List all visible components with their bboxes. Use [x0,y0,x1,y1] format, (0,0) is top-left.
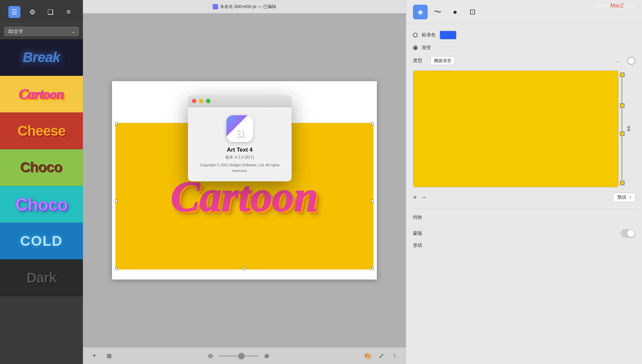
gradient-stop-2[interactable] [620,103,625,108]
handle-bottom-middle[interactable] [243,267,246,270]
handle-bottom-left[interactable] [115,267,118,270]
dialog-maximize-button[interactable] [206,99,210,103]
watermark: www.MacZ.com [598,3,635,9]
effects-label: 特效 [413,214,422,220]
gradient-stop-4[interactable] [620,181,625,185]
zoom-slider[interactable] [218,355,258,357]
gradient-preview: ⇕ [413,70,619,187]
dialog-close-button[interactable] [192,99,196,103]
gradient-line [622,74,622,184]
style-item-break[interactable]: Break [0,39,83,76]
style-label-cold: COLD [20,233,63,249]
color-wheel-button[interactable]: 🎨 [363,351,372,361]
type-label: 类型 [413,58,426,64]
dialog-minimize-button[interactable] [199,99,203,103]
zoom-in-button[interactable]: ⊕ [262,351,271,361]
app-icon: a [226,115,253,142]
watermark-suffix: .com [624,3,635,8]
add-gradient-stop-button[interactable]: + [413,194,417,201]
settings-icon[interactable]: ⚙ [26,6,38,18]
dialog-version: 版本 4.1.0 (917) [225,155,254,160]
list-view-icon[interactable]: ☰ [8,6,20,18]
right-panel: ◈ 〜 ● ⊡ www.MacZ.com 标准色 渐变 类型 椭圆渐变 [406,0,642,364]
style-label-dark: Dark [26,270,56,286]
right-tab-camera[interactable]: ⊡ [465,5,480,19]
stack-icon[interactable]: ≡ [63,6,75,18]
grid-view-button[interactable]: ⊞ [104,351,114,361]
style-list: Break Cartoon Cheese Choco Choco COLD Da… [0,39,83,364]
gradient-type-row: 类型 椭圆渐变 ⌄ [413,56,635,65]
gradient-dot-button[interactable] [627,57,635,65]
right-tab-fill[interactable]: ◈ [413,5,428,19]
sidebar-toolbar: ☰ ⚙ ❑ ≡ [0,0,83,24]
standard-color-radio[interactable] [413,33,418,37]
standard-color-row: 标准色 [413,31,635,39]
add-layer-button[interactable]: + [90,351,99,361]
handle-top-right[interactable] [371,123,374,125]
right-panel-header: ◈ 〜 ● ⊡ www.MacZ.com [406,0,642,24]
zoom-out-button[interactable]: ⊖ [206,351,215,361]
style-item-cheese[interactable]: Cheese [0,113,83,149]
app-icon-inner: a [226,115,253,142]
effects-section: 特效 蒙版 形状 [413,209,635,248]
export-button[interactable]: ↑ [390,351,399,361]
dialog-app-name: Art Text 4 [227,147,252,153]
style-label-cartoon: Cartoon [19,86,64,102]
preset-button[interactable]: 预设 › [613,193,635,202]
title-bar: 未命名 800×600 pt — 已编辑 [83,0,406,13]
gradient-row: 渐变 [413,45,635,51]
color-swatch[interactable] [440,31,456,39]
mask-row: 蒙版 [413,229,635,238]
mask-label: 蒙版 [413,230,426,236]
right-tab-wave[interactable]: 〜 [430,5,445,19]
handle-bottom-right[interactable] [371,267,374,270]
style-label-choco: Choco [20,160,63,176]
dialog-titlebar [188,95,292,107]
gradient-radio[interactable] [413,45,418,50]
handle-top-left[interactable] [115,123,118,125]
gradient-direction-arrow[interactable]: ⇕ [626,125,632,133]
handle-middle-right[interactable] [371,200,374,202]
main-area: 未命名 800×600 pt — 已编辑 Cartoon + ⊞ ⊖ [83,0,406,364]
watermark-site: MacZ [610,3,624,8]
sidebar-dropdown-wrapper: 3D文字 [0,24,83,39]
mask-toggle[interactable] [621,229,635,238]
style-label-clay: Choco [15,194,68,214]
gradient-stop-1[interactable] [620,72,625,77]
effects-row: 特效 [413,214,635,224]
bottom-toolbar: + ⊞ ⊖ ⊕ 🎨 ⤢ ↑ [83,347,406,364]
gradient-controls: + − 预设 › [413,193,635,202]
resize-button[interactable]: ⤢ [377,351,386,361]
right-panel-content: 标准色 渐变 类型 椭圆渐变 ⌄ [406,24,642,364]
shape-label: 形状 [413,242,426,248]
shape-row: 形状 [413,242,635,248]
style-label-break: Break [23,49,60,65]
handle-middle-left[interactable] [115,200,118,202]
watermark-prefix: www. [598,3,610,8]
style-item-clay[interactable]: Choco [0,186,83,223]
mask-toggle-knob [627,230,635,237]
dialog-copyright: Copyright © 2021 Belight Software, Ltd. … [195,162,285,173]
app-title-icon [213,4,218,9]
about-dialog: a Art Text 4 版本 4.1.0 (917) Copyright © … [188,95,292,181]
style-item-choco[interactable]: Choco [0,149,83,186]
standard-color-label: 标准色 [422,32,436,38]
gradient-stop-3[interactable] [620,131,625,136]
style-item-cold[interactable]: COLD [0,223,83,259]
style-label-cheese: Cheese [17,123,65,139]
style-item-cartoon[interactable]: Cartoon [0,76,83,113]
dialog-content: a Art Text 4 版本 4.1.0 (917) Copyright © … [188,107,292,181]
gradient-type-select[interactable]: 椭圆渐变 [430,56,455,65]
zoom-thumb[interactable] [238,353,244,359]
gradient-label: 渐变 [422,45,435,51]
sidebar: ☰ ⚙ ❑ ≡ 3D文字 Break Cartoon Cheese Choco … [0,0,83,364]
style-category-select[interactable]: 3D文字 [4,27,79,36]
app-icon-letter: a [236,125,244,139]
layers-icon[interactable]: ❑ [44,6,57,18]
window-title: 未命名 800×600 pt — 已编辑 [220,4,276,10]
remove-gradient-stop-button[interactable]: − [422,194,426,201]
right-tab-circle[interactable]: ● [448,5,462,19]
style-item-dark[interactable]: Dark [0,259,83,296]
